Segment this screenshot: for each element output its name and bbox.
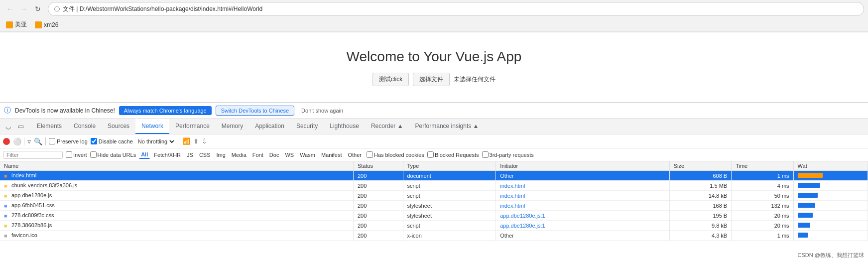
- initiator-link[interactable]: index.html: [500, 203, 525, 209]
- blocked-requests-checkbox[interactable]: [427, 151, 434, 158]
- cell-name: ■favicon.ico: [0, 231, 353, 241]
- cell-waterfall: [793, 231, 868, 241]
- disable-cache-checkbox[interactable]: [91, 138, 97, 144]
- table-row[interactable]: ■chunk-vendors.83f2a306.js 200 script in…: [0, 181, 868, 191]
- cell-initiator: app.dbe1280e.js:1: [496, 221, 670, 231]
- record-button[interactable]: [3, 138, 10, 145]
- tab-console[interactable]: Console: [68, 119, 102, 134]
- address-text: 文件 | D:/WebstormWorkStations/hello-packa…: [63, 5, 262, 13]
- preserve-log-label[interactable]: Preserve log: [49, 138, 88, 144]
- has-blocked-cookies-checkbox[interactable]: [367, 151, 373, 158]
- tab-memory[interactable]: Memory: [216, 119, 249, 134]
- th-initiator[interactable]: Initiator: [496, 161, 670, 171]
- hide-data-urls-checkbox[interactable]: [90, 151, 97, 158]
- device-icon[interactable]: ▭: [15, 121, 27, 132]
- filter-tag-all[interactable]: All: [139, 151, 150, 159]
- download-icon[interactable]: ⇩: [202, 137, 207, 145]
- filter-tag-font[interactable]: Font: [250, 151, 265, 158]
- cell-status: 200: [353, 221, 403, 231]
- cursor-icon[interactable]: ◡: [2, 121, 14, 132]
- address-bar[interactable]: ⓘ 文件 | D:/WebstormWorkStations/hello-pac…: [48, 2, 864, 16]
- th-type[interactable]: Type: [403, 161, 496, 171]
- file-button[interactable]: 选择文件: [413, 73, 450, 86]
- cell-time: 50 ms: [732, 191, 793, 201]
- initiator-link[interactable]: app.dbe1280e.js:1: [500, 213, 545, 219]
- tab-network[interactable]: Network: [135, 119, 169, 134]
- filter-tag-wasm[interactable]: Wasm: [298, 151, 317, 158]
- filter-tag-manifest[interactable]: Manifest: [319, 151, 344, 158]
- upload-icon[interactable]: ⇧: [193, 137, 199, 145]
- notification-text: DevTools is now available in Chinese!: [15, 107, 115, 114]
- tab-application[interactable]: Application: [249, 119, 290, 134]
- test-click-button[interactable]: 测试click: [372, 73, 409, 86]
- filter-tag-fetchxhr[interactable]: Fetch/XHR: [152, 151, 183, 158]
- filter-input[interactable]: [3, 151, 63, 159]
- dont-show-button[interactable]: Don't show again: [298, 106, 346, 115]
- switch-devtools-button[interactable]: Switch DevTools to Chinese: [216, 106, 294, 116]
- table-row[interactable]: ■app.6fbb0451.css 200 stylesheet index.h…: [0, 201, 868, 211]
- url-protocol: 文件 |: [63, 5, 78, 12]
- cell-size: 4.3 kB: [669, 231, 731, 241]
- table-row[interactable]: ■favicon.ico 200 x-icon Other 4.3 kB 1 m…: [0, 231, 868, 241]
- initiator-link[interactable]: index.html: [500, 193, 525, 199]
- initiator-link[interactable]: index.html: [500, 183, 525, 189]
- filter-tag-other[interactable]: Other: [346, 151, 364, 158]
- devtools-tabs: ◡ ▭ Elements Console Sources Network Per…: [0, 119, 868, 134]
- forward-button[interactable]: →: [18, 3, 30, 15]
- separator1: [24, 137, 24, 145]
- bookmark-label-meiya: 美亚: [15, 20, 27, 29]
- table-row[interactable]: ■278.38602b86.js 200 script app.dbe1280e…: [0, 221, 868, 231]
- filter-bar: Invert Hide data URLs All Fetch/XHR JS C…: [0, 148, 868, 161]
- third-party-check[interactable]: 3rd-party requests: [482, 151, 534, 158]
- th-size[interactable]: Size: [669, 161, 731, 171]
- bookmark-meiya[interactable]: 美亚: [4, 19, 29, 30]
- filter-tag-ws[interactable]: WS: [283, 151, 296, 158]
- cell-initiator: Other: [496, 171, 670, 181]
- th-time[interactable]: Time: [732, 161, 793, 171]
- table-row[interactable]: ■278.dc809f3c.css 200 stylesheet app.dbe…: [0, 211, 868, 221]
- bookmark-xm26[interactable]: xm26: [33, 20, 60, 29]
- cell-initiator: index.html: [496, 191, 670, 201]
- has-blocked-cookies-check[interactable]: Has blocked cookies: [367, 151, 424, 158]
- tab-lighthouse[interactable]: Lighthouse: [324, 119, 365, 134]
- tab-recorder[interactable]: Recorder ▲: [365, 119, 409, 134]
- tab-security[interactable]: Security: [290, 119, 324, 134]
- filter-tag-media[interactable]: Media: [230, 151, 248, 158]
- clear-button[interactable]: ⚪: [13, 137, 21, 145]
- filter-icon[interactable]: ▿: [27, 137, 31, 145]
- cell-initiator: index.html: [496, 181, 670, 191]
- tab-perf-insights[interactable]: Performance insights ▲: [409, 119, 485, 134]
- tab-sources[interactable]: Sources: [102, 119, 135, 134]
- th-name[interactable]: Name: [0, 161, 353, 171]
- back-button[interactable]: ←: [4, 3, 16, 15]
- network-table-scroll[interactable]: Name Status Type Initiator Size Time Wat…: [0, 161, 868, 241]
- tab-elements[interactable]: Elements: [31, 119, 68, 134]
- cell-size: 608 B: [669, 171, 731, 181]
- throttle-select[interactable]: No throttling: [136, 138, 176, 145]
- tab-performance[interactable]: Performance: [169, 119, 216, 134]
- blocked-requests-check[interactable]: Blocked Requests: [427, 151, 479, 158]
- preserve-log-checkbox[interactable]: [49, 138, 55, 144]
- always-match-button[interactable]: Always match Chrome's language: [119, 106, 212, 115]
- filter-tag-img[interactable]: Img: [215, 151, 228, 158]
- cell-size: 1.5 MB: [669, 181, 731, 191]
- cell-initiator: Other: [496, 231, 670, 241]
- th-status[interactable]: Status: [353, 161, 403, 171]
- cell-time: 1 ms: [732, 171, 793, 181]
- th-waterfall[interactable]: Wat: [793, 161, 868, 171]
- filter-tag-css[interactable]: CSS: [197, 151, 213, 158]
- invert-check[interactable]: Invert: [66, 151, 87, 158]
- filter-tag-doc[interactable]: Doc: [267, 151, 281, 158]
- disable-cache-label[interactable]: Disable cache: [91, 138, 133, 144]
- initiator-link[interactable]: app.dbe1280e.js:1: [500, 223, 545, 229]
- filter-tags: All Fetch/XHR JS CSS Img Media Font Doc …: [139, 151, 364, 159]
- hide-data-urls-check[interactable]: Hide data URLs: [90, 151, 136, 158]
- third-party-checkbox[interactable]: [482, 151, 489, 158]
- filter-tag-js[interactable]: JS: [185, 151, 195, 158]
- table-row[interactable]: ■index.html 200 document Other 608 B 1 m…: [0, 171, 868, 181]
- table-row[interactable]: ■app.dbe1280e.js 200 script index.html 1…: [0, 191, 868, 201]
- reload-button[interactable]: ↻: [32, 3, 44, 15]
- invert-checkbox[interactable]: [66, 151, 72, 158]
- search-icon[interactable]: 🔍: [34, 137, 42, 145]
- cell-waterfall: [793, 211, 868, 221]
